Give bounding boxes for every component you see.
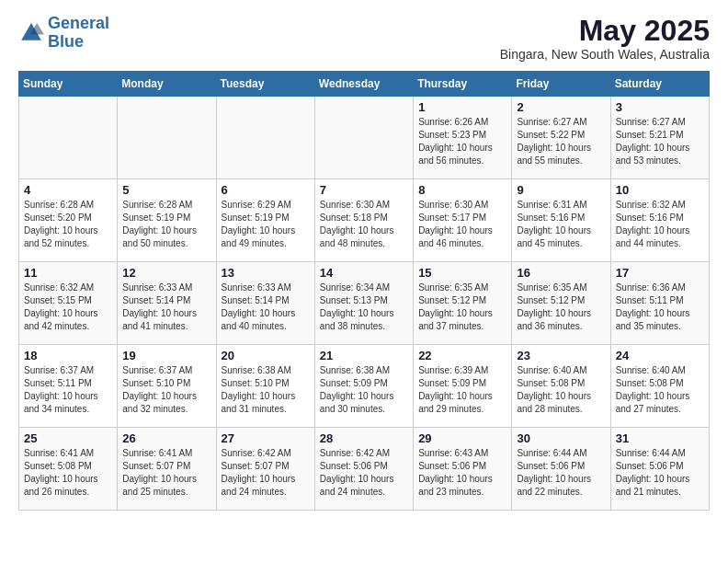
calendar-cell: 21Sunrise: 6:38 AMSunset: 5:09 PMDayligh… — [314, 345, 413, 428]
calendar-cell: 8Sunrise: 6:30 AMSunset: 5:17 PMDaylight… — [414, 179, 512, 262]
day-info: Sunrise: 6:35 AMSunset: 5:12 PMDaylight:… — [418, 282, 506, 333]
day-number: 25 — [24, 431, 112, 445]
day-number: 8 — [418, 183, 506, 197]
calendar-cell — [19, 97, 118, 179]
day-number: 17 — [616, 266, 704, 280]
day-info: Sunrise: 6:28 AMSunset: 5:20 PMDaylight:… — [24, 199, 112, 250]
calendar-cell: 28Sunrise: 6:42 AMSunset: 5:06 PMDayligh… — [314, 428, 413, 511]
calendar-cell: 22Sunrise: 6:39 AMSunset: 5:09 PMDayligh… — [414, 345, 512, 428]
day-info: Sunrise: 6:40 AMSunset: 5:08 PMDaylight:… — [517, 364, 605, 416]
day-number: 9 — [517, 183, 605, 197]
location: Bingara, New South Wales, Australia — [500, 47, 710, 62]
calendar-cell: 16Sunrise: 6:35 AMSunset: 5:12 PMDayligh… — [512, 262, 610, 345]
day-info: Sunrise: 6:41 AMSunset: 5:08 PMDaylight:… — [24, 447, 112, 499]
calendar-cell: 27Sunrise: 6:42 AMSunset: 5:07 PMDayligh… — [216, 428, 314, 511]
header-friday: Friday — [512, 72, 610, 97]
day-info: Sunrise: 6:38 AMSunset: 5:09 PMDaylight:… — [320, 364, 408, 416]
calendar-cell: 23Sunrise: 6:40 AMSunset: 5:08 PMDayligh… — [512, 345, 610, 428]
day-info: Sunrise: 6:44 AMSunset: 5:06 PMDaylight:… — [517, 447, 605, 499]
day-number: 10 — [616, 183, 704, 197]
day-info: Sunrise: 6:33 AMSunset: 5:14 PMDaylight:… — [222, 282, 310, 333]
day-number: 24 — [616, 349, 704, 362]
day-info: Sunrise: 6:27 AMSunset: 5:21 PMDaylight:… — [616, 116, 704, 167]
day-info: Sunrise: 6:43 AMSunset: 5:06 PMDaylight:… — [418, 447, 506, 499]
title-block: May 2025 Bingara, New South Wales, Austr… — [500, 15, 710, 62]
calendar-cell: 7Sunrise: 6:30 AMSunset: 5:18 PMDaylight… — [314, 179, 413, 262]
day-number: 23 — [517, 349, 605, 362]
header-sunday: Sunday — [19, 72, 118, 97]
day-info: Sunrise: 6:32 AMSunset: 5:16 PMDaylight:… — [616, 199, 704, 250]
calendar-cell: 4Sunrise: 6:28 AMSunset: 5:20 PMDaylight… — [19, 179, 118, 262]
calendar-cell: 15Sunrise: 6:35 AMSunset: 5:12 PMDayligh… — [414, 262, 512, 345]
day-info: Sunrise: 6:38 AMSunset: 5:10 PMDaylight:… — [222, 364, 310, 416]
calendar-cell: 20Sunrise: 6:38 AMSunset: 5:10 PMDayligh… — [216, 345, 314, 428]
calendar-cell — [216, 97, 314, 179]
day-number: 29 — [418, 431, 506, 445]
day-info: Sunrise: 6:28 AMSunset: 5:19 PMDaylight:… — [122, 199, 210, 250]
day-info: Sunrise: 6:39 AMSunset: 5:09 PMDaylight:… — [418, 364, 506, 416]
day-info: Sunrise: 6:27 AMSunset: 5:22 PMDaylight:… — [517, 116, 605, 167]
day-number: 30 — [517, 431, 605, 445]
logo-line1: General — [48, 14, 109, 32]
day-number: 31 — [616, 431, 704, 445]
day-info: Sunrise: 6:30 AMSunset: 5:17 PMDaylight:… — [418, 199, 506, 250]
month-title: May 2025 — [500, 15, 710, 47]
day-info: Sunrise: 6:32 AMSunset: 5:15 PMDaylight:… — [24, 282, 112, 333]
logo: General Blue — [18, 15, 109, 52]
day-number: 12 — [122, 266, 210, 280]
calendar-cell: 5Sunrise: 6:28 AMSunset: 5:19 PMDaylight… — [118, 179, 216, 262]
logo-icon — [18, 20, 44, 46]
calendar-cell: 13Sunrise: 6:33 AMSunset: 5:14 PMDayligh… — [216, 262, 314, 345]
calendar-cell: 24Sunrise: 6:40 AMSunset: 5:08 PMDayligh… — [610, 345, 709, 428]
day-number: 26 — [122, 431, 210, 445]
calendar-cell: 1Sunrise: 6:26 AMSunset: 5:23 PMDaylight… — [414, 97, 512, 179]
logo-text: General Blue — [48, 15, 109, 52]
calendar-cell: 9Sunrise: 6:31 AMSunset: 5:16 PMDaylight… — [512, 179, 610, 262]
day-info: Sunrise: 6:31 AMSunset: 5:16 PMDaylight:… — [517, 199, 605, 250]
day-info: Sunrise: 6:36 AMSunset: 5:11 PMDaylight:… — [616, 282, 704, 333]
day-info: Sunrise: 6:41 AMSunset: 5:07 PMDaylight:… — [122, 447, 210, 499]
calendar-cell: 25Sunrise: 6:41 AMSunset: 5:08 PMDayligh… — [19, 428, 118, 511]
day-info: Sunrise: 6:30 AMSunset: 5:18 PMDaylight:… — [320, 199, 408, 250]
day-number: 15 — [418, 266, 506, 280]
day-number: 16 — [517, 266, 605, 280]
day-info: Sunrise: 6:33 AMSunset: 5:14 PMDaylight:… — [122, 282, 210, 333]
calendar-cell — [118, 97, 216, 179]
day-number: 11 — [24, 266, 112, 280]
day-info: Sunrise: 6:34 AMSunset: 5:13 PMDaylight:… — [320, 282, 408, 333]
day-number: 14 — [320, 266, 408, 280]
day-number: 28 — [320, 431, 408, 445]
calendar-cell: 19Sunrise: 6:37 AMSunset: 5:10 PMDayligh… — [118, 345, 216, 428]
day-info: Sunrise: 6:37 AMSunset: 5:10 PMDaylight:… — [122, 364, 210, 416]
day-number: 7 — [320, 183, 408, 197]
day-number: 20 — [222, 349, 310, 362]
day-info: Sunrise: 6:40 AMSunset: 5:08 PMDaylight:… — [616, 364, 704, 416]
day-info: Sunrise: 6:35 AMSunset: 5:12 PMDaylight:… — [517, 282, 605, 333]
day-info: Sunrise: 6:26 AMSunset: 5:23 PMDaylight:… — [418, 116, 506, 167]
day-number: 27 — [222, 431, 310, 445]
header-thursday: Thursday — [414, 72, 512, 97]
calendar-cell: 10Sunrise: 6:32 AMSunset: 5:16 PMDayligh… — [610, 179, 709, 262]
calendar-cell: 2Sunrise: 6:27 AMSunset: 5:22 PMDaylight… — [512, 97, 610, 179]
calendar-cell: 26Sunrise: 6:41 AMSunset: 5:07 PMDayligh… — [118, 428, 216, 511]
day-number: 22 — [418, 349, 506, 362]
calendar-week-4: 18Sunrise: 6:37 AMSunset: 5:11 PMDayligh… — [19, 345, 710, 428]
day-number: 3 — [616, 100, 704, 114]
calendar-cell: 18Sunrise: 6:37 AMSunset: 5:11 PMDayligh… — [19, 345, 118, 428]
header-monday: Monday — [118, 72, 216, 97]
day-info: Sunrise: 6:42 AMSunset: 5:06 PMDaylight:… — [320, 447, 408, 499]
calendar-cell: 14Sunrise: 6:34 AMSunset: 5:13 PMDayligh… — [314, 262, 413, 345]
day-number: 13 — [222, 266, 310, 280]
day-number: 18 — [24, 349, 112, 362]
calendar-cell: 11Sunrise: 6:32 AMSunset: 5:15 PMDayligh… — [19, 262, 118, 345]
day-info: Sunrise: 6:44 AMSunset: 5:06 PMDaylight:… — [616, 447, 704, 499]
calendar-week-5: 25Sunrise: 6:41 AMSunset: 5:08 PMDayligh… — [19, 428, 710, 511]
calendar-week-2: 4Sunrise: 6:28 AMSunset: 5:20 PMDaylight… — [19, 179, 710, 262]
calendar-cell: 12Sunrise: 6:33 AMSunset: 5:14 PMDayligh… — [118, 262, 216, 345]
calendar-cell: 29Sunrise: 6:43 AMSunset: 5:06 PMDayligh… — [414, 428, 512, 511]
day-info: Sunrise: 6:37 AMSunset: 5:11 PMDaylight:… — [24, 364, 112, 416]
calendar-cell: 6Sunrise: 6:29 AMSunset: 5:19 PMDaylight… — [216, 179, 314, 262]
header-wednesday: Wednesday — [314, 72, 413, 97]
calendar-table: SundayMondayTuesdayWednesdayThursdayFrid… — [18, 71, 710, 511]
day-number: 6 — [222, 183, 310, 197]
